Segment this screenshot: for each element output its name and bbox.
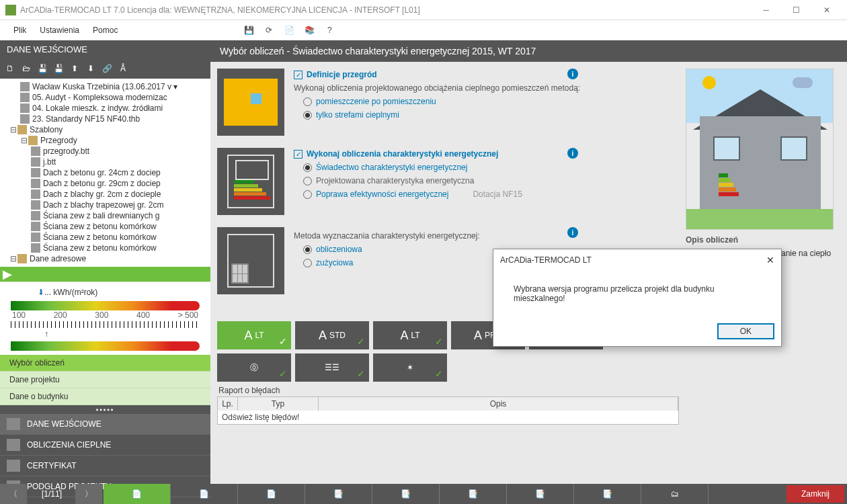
cloud-icon xyxy=(793,77,813,88)
nav-dane-wejsciowe[interactable]: DANE WEJŚCIOWE xyxy=(0,414,210,435)
sub-wybor[interactable]: Wybór obliczeń xyxy=(0,355,210,372)
tree-item[interactable]: Dach z blachy trapezowej gr. 2cm xyxy=(0,200,210,210)
radio-pomieszczenie[interactable] xyxy=(303,97,312,106)
radio-obliczeniowa[interactable] xyxy=(303,245,312,254)
tree-item[interactable]: 05. Audyt - Kompleksowa modernizac xyxy=(0,92,210,103)
save-icon[interactable]: 💾 xyxy=(240,22,257,39)
tree-item[interactable]: Dach z betonu gr. 24cm z dociep xyxy=(0,167,210,178)
left-header: DANE WEJŚCIOWE xyxy=(0,40,210,58)
nav-obliczenia[interactable]: OBLICZENIA CIEPLNE xyxy=(0,435,210,456)
info-icon[interactable]: i xyxy=(567,227,578,238)
export-icon[interactable]: ⬆ xyxy=(67,61,82,76)
section3-title: Metoda wyznaczania charakterystyki energ… xyxy=(294,231,679,241)
new-file-icon[interactable]: 🗋 xyxy=(3,61,17,76)
tree-item[interactable]: 04. Lokale mieszk. z indyw. źródłami xyxy=(0,103,210,114)
checkbox-definicje[interactable]: ✓ xyxy=(294,71,302,79)
status-icon-9[interactable]: 🗂 xyxy=(641,484,709,504)
open-icon[interactable]: 🗁 xyxy=(19,61,34,76)
radio-strefami[interactable] xyxy=(303,111,312,120)
project-tree[interactable]: Wacław Kuska Trzebinia (13.06.2017 v ▾ 0… xyxy=(0,79,210,267)
cad-icon[interactable]: Å xyxy=(116,61,130,76)
tree-item[interactable]: przegrody.btt xyxy=(0,146,210,157)
app-logo xyxy=(5,5,16,15)
menu-plik[interactable]: Plik xyxy=(7,23,33,38)
link-icon[interactable]: 🔗 xyxy=(99,61,114,76)
tile-std[interactable]: ASTD✓ xyxy=(295,321,369,349)
help-icon[interactable]: ? xyxy=(321,22,338,39)
status-icon-5[interactable]: 📑 xyxy=(372,484,440,504)
list-icon xyxy=(7,439,20,451)
ok-button[interactable]: OK xyxy=(717,323,774,339)
saveas-icon[interactable]: 💾 xyxy=(51,61,66,76)
radio-swiadectwo[interactable] xyxy=(303,163,312,172)
status-icon-2[interactable]: 📄 xyxy=(171,484,238,504)
status-icon-3[interactable]: 📄 xyxy=(238,484,305,504)
sun-icon xyxy=(702,76,716,89)
dialog-close-icon[interactable]: ✕ xyxy=(766,255,774,265)
link-definicje[interactable]: Definicje przegród xyxy=(307,70,377,79)
coin-icon: ⓪ xyxy=(250,362,258,374)
page-icon xyxy=(7,418,20,430)
status-icon-7[interactable]: 📑 xyxy=(507,484,574,504)
menu-pomoc[interactable]: Pomoc xyxy=(86,23,124,38)
checkbox-wykonaj[interactable]: ✓ xyxy=(294,150,302,159)
tree-item[interactable]: ⊟Przegrody xyxy=(0,135,210,146)
status-icon-4[interactable]: 📑 xyxy=(305,484,372,504)
tree-item[interactable]: Ściana zew z bali drewnianych g xyxy=(0,210,210,221)
tree-item[interactable]: Ściana zew z betonu komórkow xyxy=(0,221,210,232)
tile-lt[interactable]: ALT✓ xyxy=(217,321,291,349)
green-strip: ▶ xyxy=(0,267,210,282)
minimize-button[interactable]: ─ xyxy=(751,1,781,19)
dialog-body: Wybrana wersja programu przelicza projek… xyxy=(493,271,781,317)
tree-item[interactable]: Wacław Kuska Trzebinia (13.06.2017 v ▾ xyxy=(0,81,210,92)
page-indicator: [1/11] xyxy=(28,489,75,499)
energy-indicator: ⬇... kWh/(m²rok) 100 200 300 400 > 500 ↑ xyxy=(0,282,210,355)
radiator-icon: ☰☰ xyxy=(325,363,339,372)
opis-title: Opis obliczeń xyxy=(686,235,840,245)
sub-dane-projektu[interactable]: Dane projektu xyxy=(0,372,210,388)
book-icon[interactable]: 📚 xyxy=(300,22,318,39)
import-icon[interactable]: ⬇ xyxy=(83,61,98,76)
info-icon[interactable]: i xyxy=(567,69,578,79)
refresh-errors[interactable]: Odśwież listę błędów! xyxy=(218,411,678,424)
radio-zuzyciowa[interactable] xyxy=(303,259,312,267)
status-icon-8[interactable]: 📑 xyxy=(574,484,641,504)
tree-item[interactable]: Dach z betonu gr. 29cm z dociep xyxy=(0,178,210,189)
tile-fan[interactable]: ✶✓ xyxy=(373,353,447,382)
tree-item[interactable]: ⊟Szablony xyxy=(0,124,210,135)
menu-ustawienia[interactable]: Ustawienia xyxy=(33,23,86,38)
status-icon-1[interactable]: 📄 xyxy=(104,484,171,504)
next-page-button[interactable]: 〉 xyxy=(75,484,102,504)
radio-poprawa[interactable] xyxy=(303,190,312,199)
splitter[interactable]: ▪▪▪▪▪ xyxy=(0,405,210,414)
nav-certyfikat[interactable]: CERTYFIKAT xyxy=(0,456,210,476)
prev-page-button[interactable]: 〈 xyxy=(0,484,27,504)
title-bar: ArCADia-TERMOCAD LT 7.0 Licencja dla: WE… xyxy=(0,0,847,20)
modal-dialog: ArCADia-TERMOCAD LT ✕ Wybrana wersja pro… xyxy=(493,249,782,347)
tree-item[interactable]: j.btt xyxy=(0,157,210,167)
col-opis: Opis xyxy=(319,397,678,411)
sub-dane-budynku[interactable]: Dane o budynku xyxy=(0,388,210,405)
window-title: ArCADia-TERMOCAD LT 7.0 Licencja dla: WE… xyxy=(20,5,751,15)
maximize-button[interactable]: ☐ xyxy=(781,1,811,19)
close-window-button[interactable]: ✕ xyxy=(811,1,842,19)
tree-item[interactable]: ⊟Dane adresowe xyxy=(0,253,210,264)
status-bar: 〈 [1/11] 〉 📄 📄 📄 📑 📑 📑 📑 📑 🗂 Zamknij xyxy=(0,484,847,504)
zamknij-button[interactable]: Zamknij xyxy=(787,485,844,503)
tree-item[interactable]: Dach z blachy gr. 2cm z docieple xyxy=(0,189,210,200)
tree-item[interactable]: 23. Standardy NF15 NF40.thb xyxy=(0,114,210,124)
tile-radiator[interactable]: ☰☰✓ xyxy=(295,353,369,382)
refresh-icon[interactable]: ⟳ xyxy=(260,22,278,39)
tree-item[interactable]: Ściana zew z betonu komórkow xyxy=(0,243,210,253)
save-disk-icon[interactable]: 💾 xyxy=(35,61,50,76)
tile-coin[interactable]: ⓪✓ xyxy=(217,353,291,382)
info-icon[interactable]: i xyxy=(567,148,578,159)
tree-item[interactable]: Ściana zew z betonu komórkow xyxy=(0,232,210,243)
status-icon-6[interactable]: 📑 xyxy=(440,484,507,504)
link-wykonaj[interactable]: Wykonaj obliczenia charakterystyki energ… xyxy=(307,149,498,159)
arrow-right-icon: ▶ xyxy=(3,267,12,282)
doc-icon[interactable]: 📄 xyxy=(280,22,298,39)
radio-projektowana[interactable] xyxy=(303,177,312,185)
col-lp: Lp. xyxy=(218,397,238,411)
tile-lt2[interactable]: ALT✓ xyxy=(373,321,447,349)
